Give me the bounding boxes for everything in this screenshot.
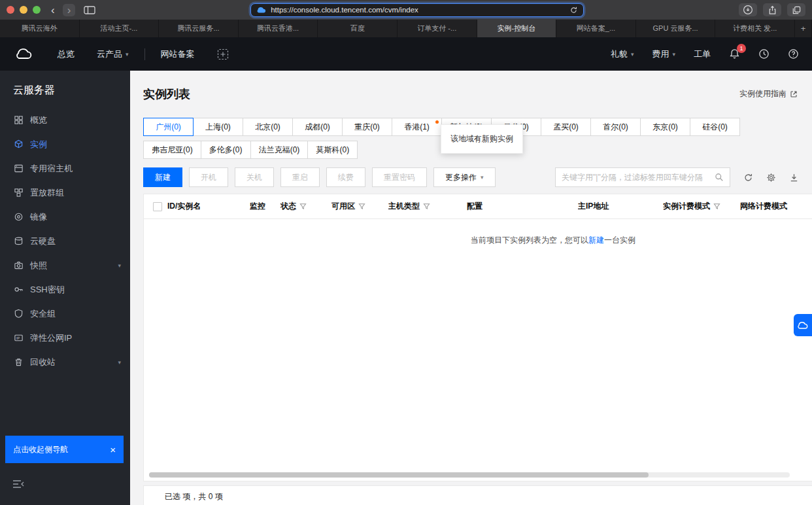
browser-tab-active[interactable]: 实例-控制台 — [477, 20, 557, 37]
console-top-nav: 总览 云产品▾ 网站备案 礼貌▾ 费用▾ 工单 1 — [0, 37, 812, 71]
filter-icon[interactable] — [423, 203, 430, 210]
region-tab-seoul[interactable]: 首尔(0) — [590, 118, 641, 136]
empty-state-text: 当前项目下实例列表为空，您可以 — [471, 235, 588, 245]
sidebar-item-recycle-bin[interactable]: 回收站 ▾ — [0, 350, 130, 374]
trash-icon — [13, 357, 24, 367]
region-tab-frankfurt[interactable]: 法兰克福(0) — [250, 141, 309, 159]
region-label: 莫斯科(0) — [316, 145, 350, 156]
settings-button[interactable] — [766, 173, 776, 183]
power-on-button[interactable]: 开机 — [189, 167, 228, 187]
region-label: 北京(0) — [255, 122, 280, 133]
sidebar-item-eip[interactable]: IP 弹性公网IP — [0, 326, 130, 350]
region-tab-mumbai[interactable]: 孟买(0) — [541, 118, 591, 136]
th-zone: 可用区 — [331, 201, 388, 212]
refresh-button[interactable] — [743, 173, 753, 183]
browser-tab[interactable]: 计费相关 发... — [715, 20, 795, 37]
usage-guide-link[interactable]: 实例使用指南 — [739, 88, 798, 99]
back-button[interactable]: ‹ — [49, 5, 57, 16]
filter-icon[interactable] — [358, 203, 365, 210]
browser-tab[interactable]: 网站备案_... — [556, 20, 636, 37]
horizontal-scrollbar[interactable] — [149, 472, 649, 478]
tab-overview-button[interactable] — [787, 3, 805, 16]
sidebar-item-cloud-disk[interactable]: 云硬盘 — [0, 229, 130, 253]
download-list-button[interactable] — [789, 173, 799, 183]
sidebar-item-snapshot[interactable]: 快照 ▾ — [0, 253, 130, 277]
nav-overview-label: 总览 — [58, 48, 75, 60]
region-tab-beijing[interactable]: 北京(0) — [243, 118, 293, 136]
region-tab-guangzhou[interactable]: 广州(0) — [143, 118, 194, 136]
url-bar[interactable]: https://console.cloud.tencent.com/cvm/in… — [250, 3, 584, 17]
reload-button[interactable] — [569, 6, 578, 14]
reset-password-button[interactable]: 重置密码 — [372, 167, 427, 187]
gear-icon — [766, 173, 776, 183]
minimize-window-button[interactable] — [20, 6, 27, 14]
close-window-button[interactable] — [7, 6, 14, 14]
nav-icp-filing[interactable]: 网站备案 — [161, 48, 195, 60]
snapshot-icon — [13, 260, 24, 270]
browser-tab[interactable]: 活动主页-... — [80, 20, 160, 37]
sidebar-item-placement-group[interactable]: 置放群组 — [0, 181, 130, 205]
power-off-button[interactable]: 关机 — [235, 167, 274, 187]
host-icon — [13, 164, 24, 173]
create-instance-button[interactable]: 新建 — [143, 167, 182, 187]
fullscreen-window-button[interactable] — [33, 6, 41, 14]
browser-tab[interactable]: 订单支付 -... — [398, 20, 477, 37]
sidebar-item-overview[interactable]: 概览 — [0, 108, 130, 132]
overview-icon — [13, 115, 24, 125]
collapse-sidebar-button[interactable] — [0, 463, 130, 505]
region-tab-virginia[interactable]: 弗吉尼亚(0) — [143, 141, 201, 159]
region-tab-toronto[interactable]: 多伦多(0) — [201, 141, 251, 159]
browser-tab[interactable]: 腾讯云香港... — [239, 20, 318, 37]
feedback-float-button[interactable] — [794, 314, 812, 336]
select-all-checkbox[interactable] — [153, 202, 162, 211]
close-banner-button[interactable]: × — [110, 444, 116, 455]
region-tab-chengdu[interactable]: 成都(0) — [292, 118, 343, 136]
help-button[interactable] — [788, 48, 799, 60]
region-tab-chongqing[interactable]: 重庆(0) — [342, 118, 392, 136]
browser-tab[interactable]: GPU 云服务... — [636, 20, 716, 37]
sidebar-item-instances[interactable]: 实例 — [0, 132, 130, 156]
collapse-icon — [12, 479, 25, 489]
region-label: 首尔(0) — [603, 122, 628, 133]
filter-icon[interactable] — [299, 203, 307, 210]
tencent-cloud-logo-icon[interactable] — [13, 46, 35, 62]
restart-button[interactable]: 重启 — [280, 167, 320, 187]
browser-tab[interactable]: 腾讯云服务... — [159, 20, 239, 37]
nav-cloud-products[interactable]: 云产品▾ — [97, 48, 129, 60]
collapse-sidebar-banner[interactable]: 点击收起侧导航 × — [5, 436, 124, 463]
quick-entry-button[interactable] — [217, 48, 229, 60]
sidebar-item-security-group[interactable]: 安全组 — [0, 302, 130, 326]
create-instance-link[interactable]: 新建 — [588, 235, 604, 245]
new-tab-button[interactable]: + — [795, 20, 812, 37]
region-tab-tokyo[interactable]: 东京(0) — [640, 118, 690, 136]
downloads-button[interactable] — [739, 3, 757, 16]
browser-tab[interactable]: 腾讯云海外 — [0, 20, 80, 37]
region-label: 重庆(0) — [354, 122, 380, 133]
region-tab-hongkong[interactable]: 香港(1) — [392, 118, 442, 136]
more-actions-button[interactable]: 更多操作▾ — [433, 167, 496, 187]
notification-bell-button[interactable]: 1 — [729, 48, 740, 60]
nav-gift-menu[interactable]: 礼貌▾ — [611, 48, 634, 60]
filter-icon[interactable] — [713, 203, 720, 210]
placement-group-icon — [13, 188, 24, 198]
sidebar-item-images[interactable]: 镜像 — [0, 205, 130, 229]
column-label: 主IP地址 — [578, 201, 609, 212]
browser-sidebar-toggle-button[interactable] — [84, 6, 95, 14]
region-tab-siliconvalley[interactable]: 硅谷(0) — [690, 118, 740, 136]
shield-icon — [13, 309, 24, 319]
region-tab-shanghai[interactable]: 上海(0) — [193, 118, 243, 136]
region-tab-moscow[interactable]: 莫斯科(0) — [307, 141, 358, 159]
nav-ticket[interactable]: 工单 — [694, 48, 711, 60]
share-button[interactable] — [763, 3, 781, 16]
search-input[interactable] — [562, 173, 711, 182]
sidebar-item-dedicated-host[interactable]: 专用宿主机 — [0, 156, 130, 181]
sidebar-item-label: SSH密钥 — [30, 284, 65, 296]
forward-button[interactable]: › — [63, 4, 76, 16]
browser-tab[interactable]: 百度 — [318, 20, 398, 37]
instance-action-bar: 新建 开机 关机 重启 续费 重置密码 更多操作▾ — [130, 159, 812, 187]
history-button[interactable] — [758, 48, 770, 60]
sidebar-item-ssh-key[interactable]: SSH密钥 — [0, 277, 130, 302]
nav-billing-menu[interactable]: 费用▾ — [652, 48, 675, 60]
renew-button[interactable]: 续费 — [326, 167, 365, 187]
nav-overview[interactable]: 总览 — [58, 48, 75, 60]
